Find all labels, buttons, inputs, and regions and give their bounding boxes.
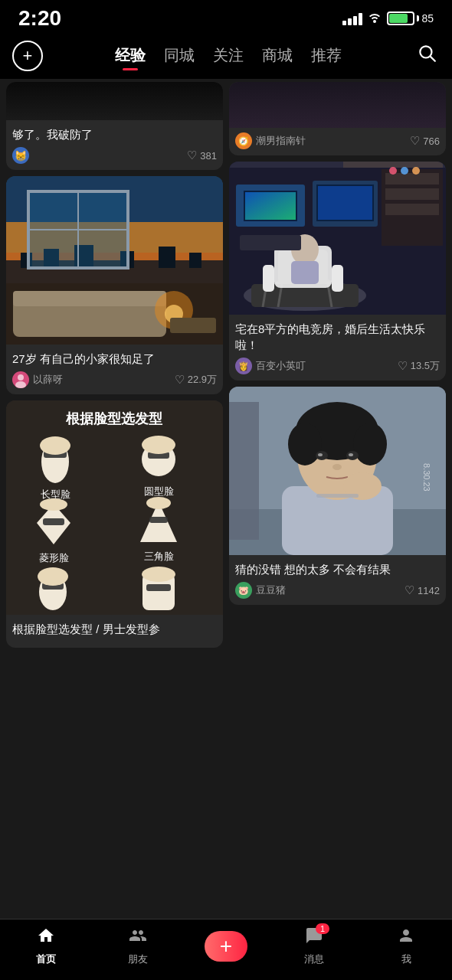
card-gaming-room-info: 宅在8平方的电竞房，婚后生活太快乐啦！ 👸 百变小英叮 ♡ 13.5万: [229, 315, 446, 381]
add-post-button[interactable]: +: [205, 931, 247, 962]
svg-text:三角脸: 三角脸: [144, 550, 174, 562]
svg-point-44: [38, 567, 68, 586]
nav-home[interactable]: 首页: [15, 926, 77, 966]
tab-following[interactable]: 关注: [204, 42, 253, 69]
card-own-home-title: 27岁 有自己的小家很知足了: [12, 351, 217, 367]
nav-friends-label: 朋友: [128, 952, 148, 966]
svg-point-59: [412, 167, 420, 175]
battery-level: 85: [421, 12, 434, 24]
svg-rect-35: [43, 518, 64, 525]
svg-text:8.30.23: 8.30.23: [422, 463, 431, 492]
left-column: 够了。我破防了 😸 ♡ 381: [6, 82, 223, 918]
svg-rect-11: [189, 253, 201, 268]
nav-add[interactable]: +: [199, 931, 253, 962]
bottom-nav: 首页 朋友 + 1 消息 我: [0, 919, 452, 980]
svg-point-92: [318, 453, 323, 456]
nav-friends[interactable]: 朋友: [107, 926, 169, 966]
card-gaming-room-title: 宅在8平方的电竞房，婚后生活太快乐啦！: [235, 321, 440, 353]
avatar: 👸: [235, 358, 252, 374]
svg-text:菱形脸: 菱形脸: [39, 552, 69, 564]
profile-icon: [397, 926, 415, 949]
avatar: [12, 371, 29, 388]
svg-rect-79: [263, 265, 274, 292]
heart-icon: ♡: [410, 134, 420, 148]
home-icon: [37, 926, 55, 949]
svg-line-1: [431, 57, 435, 61]
tab-recommend[interactable]: 推荐: [302, 42, 351, 69]
author-name: 豆豆猪: [256, 583, 286, 597]
card-broken-defense-image: [6, 82, 223, 120]
nav-messages-label: 消息: [304, 952, 324, 966]
card-gaming-room-footer: 👸 百变小英叮 ♡ 13.5万: [235, 358, 440, 374]
card-broken-defense[interactable]: 够了。我破防了 😸 ♡ 381: [6, 82, 223, 170]
svg-rect-54: [385, 173, 439, 185]
card-thinking-too-much[interactable]: 8.30.23 猜的没错 想的太多 不会有结果 🐷 豆豆猪 ♡ 1142: [229, 387, 446, 605]
card-broken-defense-title: 够了。我破防了: [12, 126, 217, 142]
status-icons: 85: [342, 11, 434, 27]
wifi-icon: [367, 11, 382, 27]
svg-rect-24: [6, 400, 223, 615]
svg-rect-96: [316, 494, 359, 498]
svg-rect-66: [318, 186, 372, 220]
avatar: 🐷: [235, 582, 252, 599]
battery-indicator: 85: [387, 11, 434, 25]
svg-rect-63: [245, 192, 296, 220]
svg-point-40: [146, 497, 171, 509]
avatar: 🧭: [235, 132, 252, 149]
card-gaming-room-image: [229, 162, 446, 315]
svg-text:圆型脸: 圆型脸: [144, 485, 174, 497]
card-fashion-guide-info: 🧭 潮男指南针 ♡ 766: [229, 128, 446, 155]
signal-icon: [342, 11, 362, 25]
svg-point-57: [389, 167, 397, 175]
svg-text:根据脸型选发型: 根据脸型选发型: [65, 411, 163, 426]
card-broken-defense-footer: 😸 ♡ 381: [12, 147, 217, 164]
tab-nearby[interactable]: 同城: [155, 42, 204, 69]
card-face-haircut-image: 根据脸型选发型 长型脸: [6, 400, 223, 615]
tab-mall[interactable]: 商城: [253, 42, 302, 69]
svg-rect-10: [159, 247, 175, 268]
heart-icon: ♡: [405, 583, 414, 597]
svg-point-36: [40, 498, 67, 511]
card-own-home[interactable]: 27岁 有自己的小家很知足了 以薛呀 ♡ 22.9万: [6, 176, 223, 394]
card-fashion-guide-author: 🧭 潮男指南针: [235, 132, 306, 149]
svg-rect-52: [343, 162, 443, 168]
card-fashion-guide-footer: 🧭 潮男指南针 ♡ 766: [235, 132, 440, 149]
nav-bar: + 经验 同城 关注 商城 推荐: [0, 34, 452, 79]
svg-point-58: [401, 167, 408, 175]
svg-point-28: [40, 436, 70, 455]
svg-rect-83: [229, 402, 259, 540]
right-column: 🧭 潮男指南针 ♡ 766: [229, 82, 446, 918]
card-thinking-too-much-author: 🐷 豆豆猪: [235, 582, 286, 599]
card-face-haircut[interactable]: 根据脸型选发型 长型脸: [6, 400, 223, 648]
card-gaming-room[interactable]: 宅在8平方的电竞房，婚后生活太快乐啦！ 👸 百变小英叮 ♡ 13.5万: [229, 162, 446, 381]
nav-add-button[interactable]: +: [12, 41, 43, 71]
svg-point-88: [288, 423, 322, 466]
svg-point-32: [142, 436, 175, 454]
search-button[interactable]: [414, 40, 440, 71]
heart-icon: ♡: [398, 359, 408, 373]
svg-point-23: [15, 381, 26, 388]
author-name: 潮男指南针: [256, 134, 306, 148]
svg-rect-77: [240, 235, 301, 250]
tab-experience[interactable]: 经验: [106, 42, 155, 69]
status-time: 2:20: [18, 6, 61, 31]
card-fashion-guide-image: [229, 82, 446, 128]
nav-profile[interactable]: 我: [375, 926, 437, 966]
svg-rect-78: [332, 265, 343, 292]
card-own-home-footer: 以薛呀 ♡ 22.9万: [12, 371, 217, 388]
nav-profile-label: 我: [401, 952, 411, 966]
card-thinking-too-much-likes: ♡ 1142: [405, 583, 440, 597]
friends-icon: [129, 926, 147, 949]
card-own-home-info: 27岁 有自己的小家很知足了 以薛呀 ♡ 22.9万: [6, 345, 223, 394]
card-gaming-room-author: 👸 百变小英叮: [235, 358, 306, 374]
card-broken-defense-author: 😸: [12, 147, 29, 164]
card-thinking-too-much-title: 猜的没错 想的太多 不会有结果: [235, 561, 440, 577]
card-thinking-too-much-image: 8.30.23: [229, 387, 446, 555]
svg-point-93: [349, 453, 353, 456]
card-broken-defense-likes: ♡ 381: [187, 149, 217, 162]
svg-rect-17: [170, 318, 216, 333]
nav-messages[interactable]: 1 消息: [283, 926, 345, 966]
card-thinking-too-much-info: 猜的没错 想的太多 不会有结果 🐷 豆豆猪 ♡ 1142: [229, 555, 446, 605]
svg-rect-39: [149, 517, 168, 523]
card-fashion-guide[interactable]: 🧭 潮男指南针 ♡ 766: [229, 82, 446, 155]
